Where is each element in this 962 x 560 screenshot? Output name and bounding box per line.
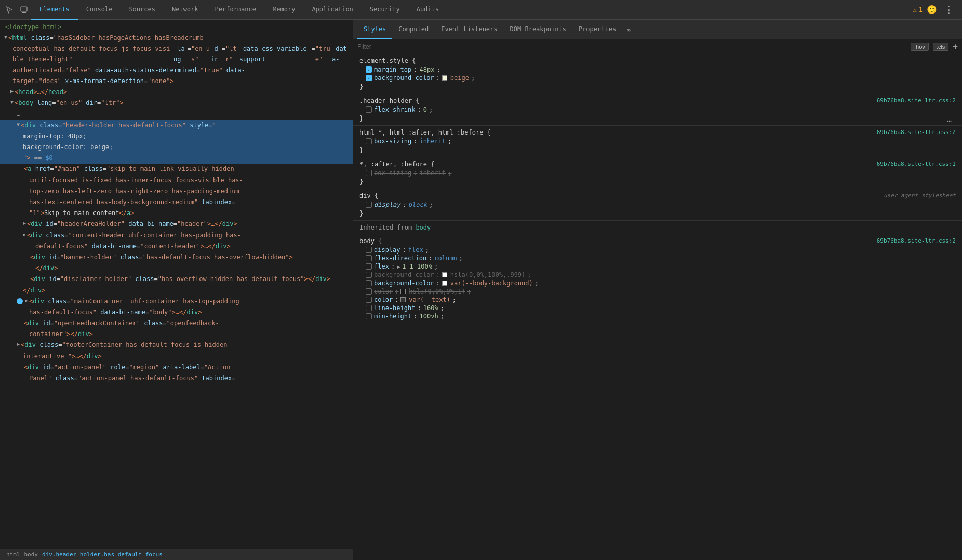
- tab-properties[interactable]: Properties: [572, 20, 622, 39]
- prop-row-box-sizing-1[interactable]: box-sizing : inherit ;: [353, 137, 962, 145]
- tree-line-dots[interactable]: …: [0, 109, 353, 120]
- prop-checkbox-color-hsla[interactable]: [366, 288, 372, 295]
- tree-line-feedback[interactable]: <div id="openFeedbackContainer" class="o…: [0, 318, 353, 329]
- prop-row-color-hsla[interactable]: color : hsla(0,0%,9%,1) ;: [353, 287, 962, 296]
- prop-checkbox-display[interactable]: [366, 202, 372, 208]
- div-ua-selector: div {: [359, 192, 378, 199]
- tree-line-head[interactable]: <head>…</head>: [0, 87, 353, 98]
- cursor-icon[interactable]: [2, 3, 17, 17]
- tab-network[interactable]: Network: [164, 0, 207, 20]
- prop-checkbox-flex-direction[interactable]: [366, 255, 372, 261]
- tree-line-main-container-row2: has-default-focus" data-bi-name="body">……: [0, 307, 353, 318]
- cls-button[interactable]: .cls: [933, 43, 949, 51]
- prop-row-display-flex[interactable]: display : flex ;: [353, 246, 962, 254]
- tree-line-main-container-row[interactable]: <div class="mainContainer uhf-container …: [0, 296, 353, 307]
- tree-line-html[interactable]: <html class="hasSidebar hasPageActions h…: [0, 33, 353, 44]
- html-tree[interactable]: <!doctype html> <html class="hasSidebar …: [0, 20, 353, 549]
- top-tab-bar: Elements Console Sources Network Perform…: [0, 0, 962, 20]
- tab-event-listeners[interactable]: Event Listeners: [435, 20, 503, 39]
- tree-line-footer[interactable]: <div class="footerContainer has-default-…: [0, 340, 353, 351]
- prop-row-margin-top[interactable]: margin-top : 48px ;: [353, 65, 962, 74]
- prop-checkbox-color-var[interactable]: [366, 297, 372, 303]
- prop-row-bg-color-hsla1[interactable]: background-color : hsla(0,0%,100%,.999) …: [353, 271, 962, 279]
- filter-input[interactable]: [357, 43, 906, 50]
- tree-line-body[interactable]: <body lang="en-us" dir="ltr">: [0, 98, 353, 109]
- tab-elements[interactable]: Elements: [31, 0, 78, 20]
- prop-row-flex[interactable]: flex : ▶ 1 1 100% ;: [353, 262, 962, 271]
- tab-sources[interactable]: Sources: [121, 0, 164, 20]
- star-selector-row: *, :after, :before { 69b76ba8.site-ltr.c…: [353, 159, 962, 169]
- tab-audits[interactable]: Audits: [408, 0, 447, 20]
- tree-line-disclaimer[interactable]: <div id="disclaimer-holder" class="has-o…: [0, 274, 353, 285]
- star-close-brace: }: [353, 177, 962, 186]
- prop-row-line-height[interactable]: line-height : 160% ;: [353, 304, 962, 312]
- tree-line-skip-link[interactable]: <a href="#main" class="skip-to-main-link…: [0, 164, 353, 175]
- tree-line-content-header[interactable]: <div class="content-header uhf-container…: [0, 230, 353, 241]
- html-star-source[interactable]: 69b76ba8.site-ltr.css:2: [877, 129, 956, 136]
- hov-button[interactable]: :hov: [911, 43, 929, 51]
- html-star-selector-row: html *, html :after, html :before { 69b7…: [353, 128, 962, 137]
- tree-line-doctype[interactable]: <!doctype html>: [0, 22, 353, 33]
- tab-dom-breakpoints[interactable]: DOM Breakpoints: [504, 20, 572, 39]
- tab-console[interactable]: Console: [78, 0, 121, 20]
- bg-color-swatch-white[interactable]: [442, 272, 447, 277]
- tree-line-skip-link2: until-focused is-fixed has-inner-focus f…: [0, 175, 353, 186]
- tree-line-content-header2: default-focus" data-bi-name="content-hea…: [0, 241, 353, 252]
- tab-application[interactable]: Application: [303, 0, 361, 20]
- prop-checkbox-bg-color[interactable]: [366, 75, 372, 81]
- add-style-button[interactable]: +: [953, 42, 958, 51]
- color-swatch-dark[interactable]: [400, 289, 406, 294]
- body-source[interactable]: 69b76ba8.site-ltr.css:2: [877, 237, 956, 244]
- tab-computed[interactable]: Computed: [392, 20, 435, 39]
- prop-checkbox-display-flex[interactable]: [366, 247, 372, 253]
- prop-row-flex-shrink[interactable]: flex-shrink : 0 ;: [353, 105, 962, 114]
- tree-line-banner[interactable]: <div id="banner-holder" class="has-defau…: [0, 252, 353, 263]
- prop-checkbox-flex-shrink[interactable]: [366, 106, 372, 113]
- prop-checkbox-margin-top[interactable]: [366, 66, 372, 73]
- bg-color-swatch[interactable]: [442, 75, 447, 81]
- tab-performance[interactable]: Performance: [207, 0, 264, 20]
- tree-line-skip-link4: has-text-centered has-body-background-me…: [0, 197, 353, 208]
- breadcrumb-current[interactable]: div.header-holder.has-default-focus: [40, 551, 165, 558]
- star-selector: *, :after, :before {: [359, 161, 435, 168]
- prop-checkbox-bg-color-hsla1[interactable]: [366, 272, 372, 278]
- inspect-icon[interactable]: [17, 3, 31, 17]
- prop-row-display[interactable]: display : block ;: [353, 201, 962, 209]
- prop-row-box-sizing-2[interactable]: box-sizing : inherit ;: [353, 169, 962, 177]
- prop-checkbox-flex[interactable]: [366, 263, 372, 270]
- prop-row-bg-color[interactable]: background-color : beige ;: [353, 74, 962, 82]
- tree-line-header-holder[interactable]: <div class="header-holder has-default-fo…: [0, 120, 353, 131]
- tree-line-action-panel[interactable]: <div id="action-panel" role="region" ari…: [0, 362, 353, 373]
- prop-row-bg-color-var[interactable]: background-color : var(--body-background…: [353, 279, 962, 287]
- prop-checkbox-bg-color-var[interactable]: [366, 280, 372, 286]
- color-swatch-var[interactable]: [400, 297, 406, 302]
- prop-checkbox-box-sizing-1[interactable]: [366, 138, 372, 144]
- prop-row-color-var[interactable]: color : var(--text) ;: [353, 296, 962, 304]
- header-holder-source[interactable]: 69b76ba8.site-ltr.css:2: [877, 97, 956, 104]
- inherited-from-body-header: Inherited from body: [353, 221, 962, 234]
- emoji-icon[interactable]: 🙂: [925, 3, 939, 17]
- tab-security[interactable]: Security: [362, 0, 408, 20]
- header-holder-dots-menu[interactable]: …: [947, 115, 956, 123]
- tab-styles[interactable]: Styles: [357, 20, 392, 39]
- tree-line-skip-link3: top-zero has-left-zero has-right-zero ha…: [0, 186, 353, 197]
- tree-line-feedback2: container"></div>: [0, 329, 353, 340]
- more-options-icon[interactable]: ⋮: [941, 3, 956, 17]
- html-tree-panel: <!doctype html> <html class="hasSidebar …: [0, 20, 353, 560]
- tab-memory[interactable]: Memory: [264, 0, 303, 20]
- more-tabs-button[interactable]: »: [622, 25, 635, 34]
- prop-checkbox-min-height[interactable]: [366, 313, 372, 319]
- warning-badge[interactable]: ⚠ 1: [913, 6, 923, 14]
- prop-row-min-height[interactable]: min-height : 100vh ;: [353, 312, 962, 321]
- inherited-from-body-link[interactable]: body: [416, 224, 431, 231]
- tree-line-header-area[interactable]: <div id="headerAreaHolder" data-bi-name=…: [0, 219, 353, 230]
- bg-color-swatch-var[interactable]: [442, 281, 447, 286]
- breadcrumb-html[interactable]: html: [4, 551, 22, 558]
- star-source[interactable]: 69b76ba8.site-ltr.css:1: [877, 161, 956, 167]
- prop-row-flex-direction[interactable]: flex-direction : column ;: [353, 254, 962, 262]
- breadcrumb-body[interactable]: body: [22, 551, 41, 558]
- svg-rect-1: [22, 12, 26, 13]
- flex-expand-arrow[interactable]: ▶: [397, 264, 400, 270]
- prop-checkbox-line-height[interactable]: [366, 305, 372, 311]
- prop-checkbox-box-sizing-2[interactable]: [366, 170, 372, 176]
